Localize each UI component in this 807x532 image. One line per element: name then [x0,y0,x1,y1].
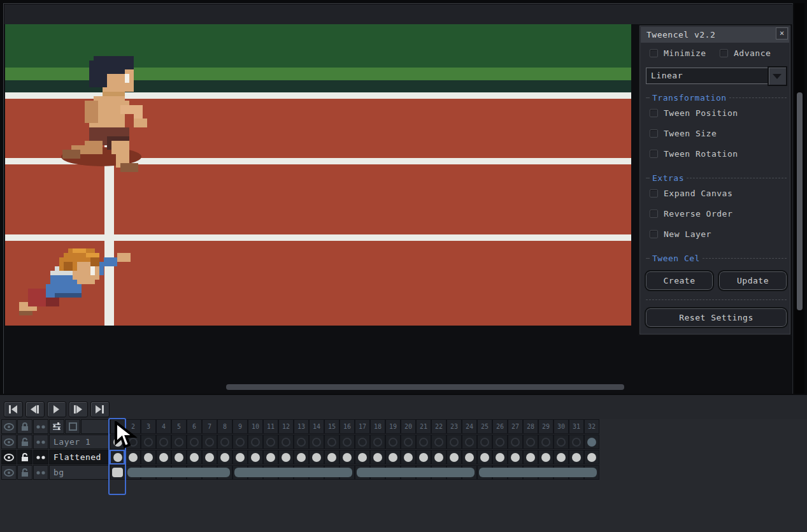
cel-flattened-1[interactable] [110,450,125,464]
frame-header-3[interactable]: 3 [141,419,156,434]
eye-icon[interactable] [1,450,17,464]
cel-layer-1-8[interactable] [217,435,232,449]
cel-layer-1-24[interactable] [462,435,477,449]
checkbox-row-tween-position[interactable]: Tween Position [650,108,738,118]
cel-layer-1-27[interactable] [508,435,523,449]
frame-header-27[interactable]: 27 [508,419,523,434]
cel-layer-1-31[interactable] [569,435,584,449]
cel-layer-1-9[interactable] [232,435,248,449]
checkbox-row-expand-canvas[interactable]: Expand Canvas [650,189,732,198]
frame-header-17[interactable]: 17 [355,419,370,434]
cel-layer-1-20[interactable] [401,435,416,449]
cel-flattened-23[interactable] [446,450,462,464]
layer-name[interactable]: Flattened [49,450,110,464]
cel-flattened-31[interactable] [569,450,584,464]
frame-header-22[interactable]: 22 [431,419,446,434]
lock-icon[interactable] [17,419,32,434]
lock-icon[interactable] [17,435,32,449]
cel-layer-1-4[interactable] [156,435,171,449]
frame-header-20[interactable]: 20 [401,419,416,434]
cel-layer-1-30[interactable] [553,435,569,449]
frame-header-25[interactable]: 25 [477,419,492,434]
cel-flattened-8[interactable] [217,450,232,464]
sprite-canvas[interactable] [5,24,631,326]
cel-flattened-24[interactable] [462,450,477,464]
frame-header-32[interactable]: 32 [584,419,599,434]
cel-layer-1-21[interactable] [416,435,431,449]
eye-icon[interactable] [1,435,17,449]
create-button[interactable]: Create [646,271,713,290]
cel-flattened-2[interactable] [125,450,141,464]
previous-frame-button[interactable] [25,401,45,417]
frame-header-12[interactable]: 12 [278,419,294,434]
update-button[interactable]: Update [719,271,787,290]
checkbox[interactable] [650,210,658,218]
frame-header-24[interactable]: 24 [462,419,477,434]
cel-flattened-19[interactable] [385,450,401,464]
frame-header-11[interactable]: 11 [263,419,278,434]
cel-flattened-25[interactable] [477,450,492,464]
layer-name[interactable]: bg [49,465,110,480]
frame-header-9[interactable]: 9 [232,419,248,434]
cel-layer-1-19[interactable] [385,435,401,449]
cel-flattened-4[interactable] [156,450,171,464]
bg-linked-cels-17-24[interactable] [357,468,475,477]
cel-flattened-6[interactable] [187,450,202,464]
cel-layer-1-29[interactable] [538,435,553,449]
checkbox-minimize[interactable] [650,49,658,57]
option-advance[interactable]: Advance [720,48,771,58]
cel-bg-1-filled[interactable] [110,465,125,480]
cel-flattened-13[interactable] [294,450,309,464]
frame-header-13[interactable]: 13 [294,419,309,434]
cel-flattened-18[interactable] [370,450,385,464]
cel-layer-1-25[interactable] [477,435,492,449]
cel-layer-1-13[interactable] [294,435,309,449]
cel-flattened-17[interactable] [355,450,370,464]
bg-linked-cels-9-16[interactable] [234,468,352,477]
checkbox[interactable] [650,189,658,198]
frame-header-16[interactable]: 16 [339,419,355,434]
cel-layer-1-23[interactable] [446,435,462,449]
continuous-dots-icon[interactable] [33,419,48,434]
checkbox-row-tween-rotation[interactable]: Tween Rotation [650,149,738,159]
cel-flattened-9[interactable] [232,450,248,464]
cel-flattened-11[interactable] [263,450,278,464]
checkbox[interactable] [650,109,658,117]
reset-settings-button[interactable]: Reset Settings [646,308,787,327]
cel-flattened-15[interactable] [324,450,339,464]
continuous-dots-icon[interactable] [33,435,48,449]
eye-icon[interactable] [1,465,17,480]
cel-layer-1-6[interactable] [187,435,202,449]
cel-flattened-26[interactable] [492,450,508,464]
frame-header-18[interactable]: 18 [370,419,385,434]
frame-header-31[interactable]: 31 [569,419,584,434]
cel-layer-1-5[interactable] [171,435,187,449]
cel-flattened-12[interactable] [278,450,294,464]
frame-header-5[interactable]: 5 [171,419,187,434]
continuous-dots-icon[interactable] [33,465,48,480]
cel-flattened-29[interactable] [538,450,553,464]
cel-layer-1-18[interactable] [370,435,385,449]
thumbnail-toggle-icon[interactable] [65,419,80,434]
cel-layer-1-14[interactable] [309,435,324,449]
panel-title-bar[interactable]: Tweencel v2.2 [641,27,789,43]
cel-flattened-28[interactable] [523,450,538,464]
cel-layer-1-3[interactable] [141,435,156,449]
checkbox[interactable] [650,150,658,158]
lock-icon[interactable] [17,465,32,480]
cel-layer-1-15[interactable] [324,435,339,449]
cel-flattened-22[interactable] [431,450,446,464]
cel-flattened-10[interactable] [248,450,263,464]
cel-layer-1-26[interactable] [492,435,508,449]
frame-header-7[interactable]: 7 [202,419,217,434]
frame-header-19[interactable]: 19 [385,419,401,434]
frame-header-21[interactable]: 21 [416,419,431,434]
bg-linked-cels-2-8[interactable] [127,468,230,477]
play-button[interactable] [47,401,66,417]
frame-header-6[interactable]: 6 [187,419,202,434]
cel-flattened-32[interactable] [584,450,599,464]
cel-layer-1-32[interactable] [584,435,599,449]
bg-linked-cels-25-32[interactable] [479,468,597,477]
layer-name[interactable]: Layer 1 [49,435,110,449]
cel-flattened-16[interactable] [339,450,355,464]
